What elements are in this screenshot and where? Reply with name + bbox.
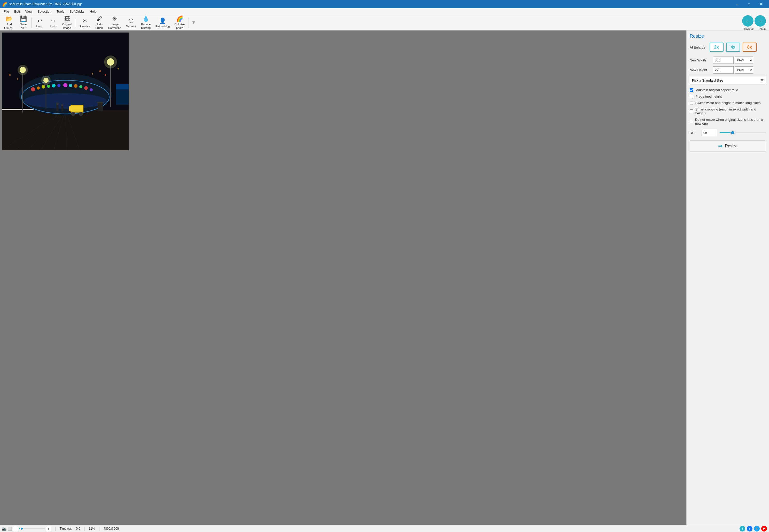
svg-point-17: [52, 84, 56, 88]
enlarge-8x-button[interactable]: 8x: [743, 43, 757, 52]
main-image: [2, 33, 129, 150]
previous-button[interactable]: ←: [742, 15, 754, 27]
denoise-button[interactable]: ⬡ Denoise: [124, 16, 138, 29]
svg-point-22: [79, 85, 82, 88]
standard-size-select[interactable]: Pick a Standard Size 640x480 800x600 102…: [690, 76, 766, 84]
new-height-input[interactable]: 225: [713, 66, 734, 74]
menu-softorbits[interactable]: SoftOrbits: [67, 9, 87, 14]
nav-group: ← → Previous Next: [742, 15, 766, 30]
close-button[interactable]: ✕: [755, 0, 767, 8]
toolbar-separator-3: [188, 18, 189, 28]
undo-icon: ↩: [37, 18, 42, 24]
undo-brush-label: UndoBrush: [95, 23, 103, 29]
enlarge-2x-button[interactable]: 2x: [710, 43, 724, 52]
retouching-label: Retouching: [155, 25, 170, 28]
menu-selection[interactable]: Selection: [35, 9, 54, 14]
zoom-plus-button[interactable]: +: [46, 526, 51, 531]
reduce-blurring-button[interactable]: 💧 Reduceblurring: [139, 16, 153, 29]
zoom-slider-track[interactable]: [19, 528, 45, 529]
svg-point-15: [42, 85, 45, 89]
undo-brush-icon: 🖌: [96, 15, 102, 22]
aspect-ratio-label: Maintain original aspect ratio: [695, 88, 738, 92]
restore-button[interactable]: □: [743, 0, 755, 8]
denoise-label: Denoise: [126, 25, 136, 28]
aspect-ratio-checkbox[interactable]: [690, 88, 693, 92]
menu-help[interactable]: Help: [87, 9, 99, 14]
minimize-button[interactable]: ─: [731, 0, 743, 8]
add-file-button[interactable]: 📂 AddFile(s)...: [2, 16, 17, 29]
image-dimensions: 4800x3600: [104, 527, 119, 530]
menu-tools[interactable]: Tools: [54, 9, 67, 14]
undo-brush-button[interactable]: 🖌 UndoBrush: [93, 16, 106, 29]
status-icon-2: ⬜: [7, 527, 12, 531]
svg-point-14: [37, 86, 40, 90]
image-correction-button[interactable]: ☀ ImageCorrection: [106, 16, 123, 29]
svg-rect-40: [69, 106, 83, 111]
window-title: SoftOrbits Photo Retoucher Pro - IMG_295…: [9, 2, 731, 6]
svg-point-18: [57, 84, 60, 87]
menu-view[interactable]: View: [22, 9, 35, 14]
menu-edit[interactable]: Edit: [12, 9, 22, 14]
zoom-minus-button[interactable]: —: [13, 526, 18, 531]
time-label: Time (s):: [60, 527, 72, 530]
resize-button-label: Resize: [725, 144, 738, 148]
svg-point-41: [71, 112, 75, 116]
standard-size-container: Pick a Standard Size 640x480 800x600 102…: [690, 76, 766, 88]
switch-sides-checkbox[interactable]: [690, 101, 693, 105]
main-layout: Resize AI Enlarge 2x 4x 8x New Width 300…: [0, 30, 769, 525]
enlarge-4x-button[interactable]: 4x: [726, 43, 740, 52]
titlebar: 🌈 SoftOrbits Photo Retoucher Pro - IMG_2…: [0, 0, 769, 8]
svg-point-36: [56, 102, 59, 105]
remove-label: Remove: [80, 25, 90, 28]
zoom-thumb[interactable]: [20, 527, 23, 530]
height-unit-select[interactable]: Pixel Percent Inch cm: [735, 66, 753, 74]
ai-enlarge-label: AI Enlarge: [690, 45, 705, 49]
info-icon[interactable]: i: [740, 526, 745, 531]
original-image-icon: 🖼: [64, 15, 70, 22]
svg-point-21: [74, 84, 77, 88]
dpi-input[interactable]: 96: [702, 129, 717, 136]
original-image-button[interactable]: 🖼 OriginalImage: [60, 16, 74, 29]
denoise-icon: ⬡: [129, 18, 133, 24]
image-correction-icon: ☀: [112, 15, 117, 22]
svg-point-24: [90, 88, 93, 91]
twitter-icon[interactable]: t: [754, 526, 760, 531]
new-height-row: New Height 225 Pixel Percent Inch cm: [690, 66, 766, 74]
original-image-label: OriginalImage: [62, 23, 72, 29]
smart-cropping-row: Smart cropping (result in exact width an…: [690, 107, 766, 115]
svg-rect-51: [98, 102, 103, 111]
next-button[interactable]: →: [755, 15, 766, 27]
status-sep-3: [99, 527, 99, 531]
menu-file[interactable]: File: [1, 9, 12, 14]
canvas-area[interactable]: [0, 30, 686, 525]
toolbar-overflow[interactable]: ▼: [190, 19, 197, 26]
svg-point-43: [92, 73, 93, 75]
add-file-icon: 📂: [6, 15, 13, 22]
reduce-blurring-label: Reduceblurring: [141, 23, 151, 29]
save-as-button[interactable]: 💾 Saveas...: [17, 16, 30, 29]
colorize-photo-button[interactable]: 🌈 Colorizephoto: [172, 16, 187, 29]
new-width-row: New Width 300 Pixel Percent Inch cm: [690, 57, 766, 64]
new-width-input[interactable]: 300: [713, 57, 734, 64]
no-resize-checkbox[interactable]: [690, 120, 693, 123]
colorize-label: Colorizephoto: [174, 23, 185, 29]
redo-button[interactable]: ↪ Redo: [47, 16, 60, 29]
new-width-label: New Width: [690, 58, 713, 62]
svg-point-47: [17, 78, 18, 80]
dpi-slider-thumb[interactable]: [731, 131, 735, 135]
undo-button[interactable]: ↩ Undo: [33, 16, 46, 29]
predefined-height-checkbox[interactable]: [690, 95, 693, 98]
add-file-label: AddFile(s)...: [4, 23, 14, 29]
smart-cropping-checkbox[interactable]: [690, 109, 693, 113]
facebook-icon[interactable]: f: [747, 526, 752, 531]
width-unit-select[interactable]: Pixel Percent Inch cm: [735, 57, 753, 64]
remove-button[interactable]: ✂ Remove: [77, 16, 92, 29]
dpi-slider[interactable]: [720, 132, 766, 133]
retouching-button[interactable]: 👤 Retouching: [153, 16, 172, 29]
resize-button[interactable]: ⇒ Resize: [690, 140, 766, 152]
svg-point-44: [99, 70, 101, 72]
save-label: Saveas...: [20, 23, 27, 29]
next-label: Next: [760, 27, 766, 30]
no-resize-row: Do not resize when original size is less…: [690, 118, 766, 125]
youtube-icon[interactable]: ▶: [761, 526, 767, 531]
